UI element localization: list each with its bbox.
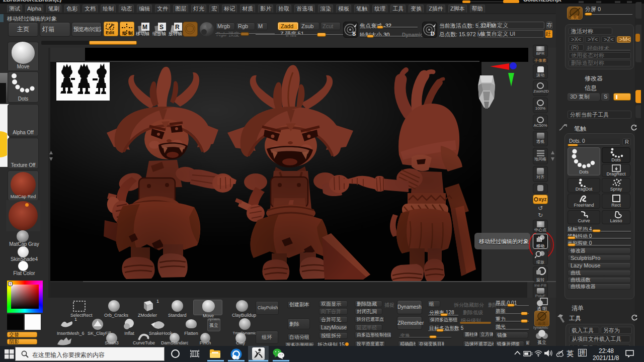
svg-text:绘 制: 绘 制: [122, 31, 133, 36]
svg-text:M: M: [142, 24, 147, 31]
svg-text:D: D: [431, 31, 435, 37]
svg-text:Edit: Edit: [106, 30, 114, 35]
svg-text:S: S: [159, 24, 164, 31]
svg-text:R: R: [175, 24, 180, 31]
svg-text:S: S: [352, 31, 356, 37]
